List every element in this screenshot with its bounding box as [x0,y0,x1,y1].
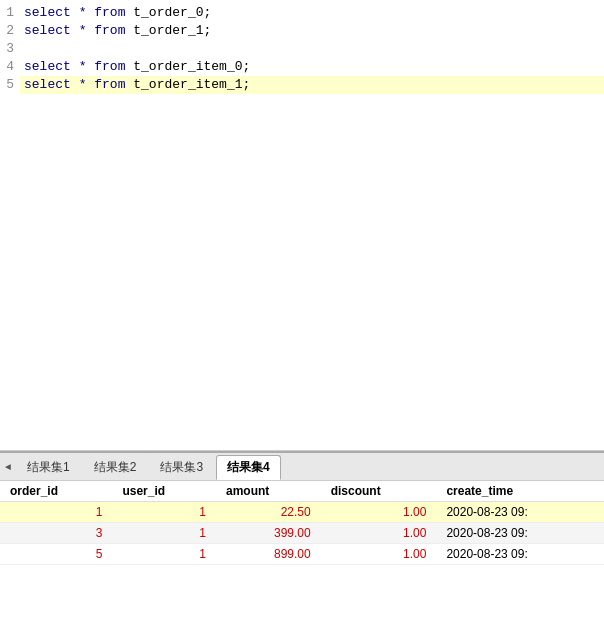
result-tab[interactable]: 结果集3 [149,455,214,480]
table-cell-create_time: 2020-08-23 09: [436,523,604,544]
table-cell-amount: 899.00 [216,544,321,565]
code-line: 2select * from t_order_1; [0,22,604,40]
line-number: 2 [0,22,20,40]
table-col-header: amount [216,481,321,502]
table-cell-discount: 1.00 [321,523,437,544]
table-cell-amount: 399.00 [216,523,321,544]
line-number: 3 [0,40,20,58]
table-cell-user_id: 1 [112,502,216,523]
line-number: 1 [0,4,20,22]
table-col-header: order_id [0,481,112,502]
line-number: 5 [0,76,20,94]
table-body: 1122.501.002020-08-23 09:31399.001.00202… [0,502,604,565]
table-cell-create_time: 2020-08-23 09: [436,544,604,565]
line-content: select * from t_order_item_0; [20,58,250,76]
tabs-row: ◄ 结果集1结果集2结果集3结果集4 [0,453,604,481]
table-cell-order_id: 3 [0,523,112,544]
table-cell-user_id: 1 [112,523,216,544]
table-row: 31399.001.002020-08-23 09: [0,523,604,544]
line-content: select * from t_order_1; [20,22,211,40]
table-col-header: create_time [436,481,604,502]
code-line: 4select * from t_order_item_0; [0,58,604,76]
results-area[interactable]: order_iduser_idamountdiscountcreate_time… [0,481,604,631]
result-tab[interactable]: 结果集1 [16,455,81,480]
line-content: select * from t_order_item_1; [20,76,250,94]
table-header: order_iduser_idamountdiscountcreate_time [0,481,604,502]
code-line: 5select * from t_order_item_1; [0,76,604,94]
table-col-header: user_id [112,481,216,502]
table-row: 1122.501.002020-08-23 09: [0,502,604,523]
table-col-header: discount [321,481,437,502]
table-cell-discount: 1.00 [321,502,437,523]
line-content: select * from t_order_0; [20,4,211,22]
table-cell-amount: 22.50 [216,502,321,523]
table-cell-order_id: 5 [0,544,112,565]
code-line: 1select * from t_order_0; [0,4,604,22]
bottom-panel: ◄ 结果集1结果集2结果集3结果集4 order_iduser_idamount… [0,451,604,631]
table-cell-create_time: 2020-08-23 09: [436,502,604,523]
editor-area[interactable]: 1select * from t_order_0;2select * from … [0,0,604,451]
table-row: 51899.001.002020-08-23 09: [0,544,604,565]
result-tab[interactable]: 结果集4 [216,455,281,480]
code-line: 3 [0,40,604,58]
line-content [20,40,24,58]
code-lines: 1select * from t_order_0;2select * from … [0,0,604,98]
table-cell-discount: 1.00 [321,544,437,565]
table-cell-order_id: 1 [0,502,112,523]
result-tab[interactable]: 结果集2 [83,455,148,480]
results-table: order_iduser_idamountdiscountcreate_time… [0,481,604,565]
line-number: 4 [0,58,20,76]
table-cell-user_id: 1 [112,544,216,565]
tab-prev-arrow[interactable]: ◄ [0,462,16,473]
